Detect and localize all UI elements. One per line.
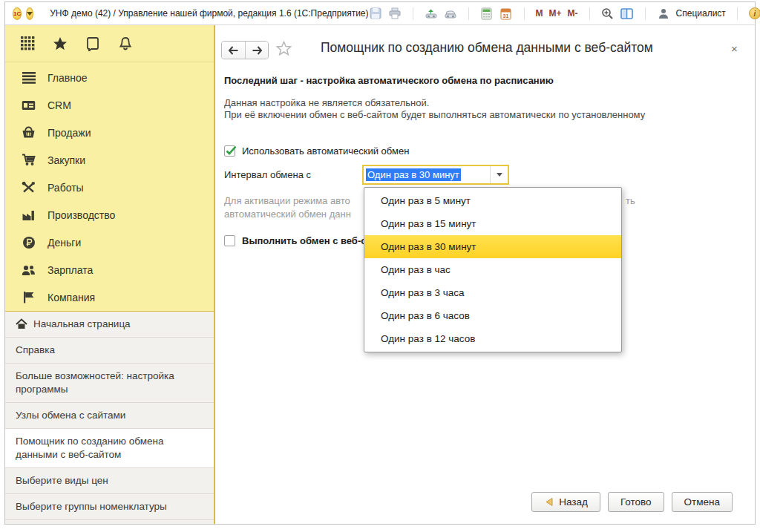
back-button[interactable]: Назад	[531, 492, 600, 512]
sidebar-item-sales[interactable]: Продажи	[5, 119, 214, 146]
ruble-coin-icon	[22, 235, 36, 249]
app-window: 1С УНФ демо (42) / Управление нашей фирм…	[4, 1, 756, 525]
auto-exchange-checkbox[interactable]	[224, 145, 235, 157]
step-heading: Последний шаг - настройка автоматическог…	[224, 75, 554, 86]
nav-item-label: Выберите виды цен	[16, 474, 108, 487]
favorite-star-button[interactable]	[276, 41, 292, 56]
sidebar-item-money[interactable]: Деньги	[5, 229, 214, 256]
info-icon[interactable]: i	[749, 7, 760, 19]
interval-label: Интервал обмена с	[224, 169, 311, 180]
menu-lines-icon	[22, 70, 36, 85]
sidebar-item-purchases[interactable]: Закупки	[5, 146, 214, 174]
sidebar-item-company[interactable]: Компания	[5, 283, 214, 311]
nav-item-exchange-wizard[interactable]: Помощник по созданию обмена данными с ве…	[5, 429, 214, 468]
nav-item-site-exchange-nodes[interactable]: Узлы обмена с сайтами	[5, 403, 214, 429]
divider	[413, 7, 413, 20]
home-icon	[16, 318, 27, 330]
dropdown-option[interactable]: Один раз в 15 минут	[364, 212, 621, 235]
memory-m-button[interactable]: М	[536, 8, 543, 19]
sidebar-modules: Главное CRM Продажи Закупки	[5, 62, 214, 311]
nav-item-item-groups[interactable]: Выберите группы номенклатуры	[5, 494, 214, 520]
manual-exchange-checkbox[interactable]	[224, 235, 235, 246]
memory-m-minus-button[interactable]: М-	[568, 8, 578, 19]
sidebar-item-label: Работы	[48, 182, 84, 194]
svg-text:31: 31	[503, 13, 509, 18]
cancel-button[interactable]: Отмена	[672, 492, 733, 512]
main-menu-button[interactable]	[26, 7, 33, 20]
nav-item-home[interactable]: Начальная страница	[5, 312, 214, 338]
interval-combobox[interactable]: Один раз в 30 минут	[362, 165, 509, 185]
activation-hint-line1: Для активации режима авто	[224, 195, 350, 206]
arrow-right-icon	[252, 46, 263, 55]
title-bar: 1С УНФ демо (42) / Управление нашей фирм…	[5, 2, 755, 25]
unload-data-icon[interactable]	[444, 7, 457, 20]
window-title: УНФ демо (42) / Управление нашей фирмой,…	[50, 8, 368, 19]
current-user-label[interactable]: Специалист	[676, 8, 726, 19]
combobox-value: Один раз в 30 минут	[364, 166, 490, 183]
1c-logo-icon: 1С	[13, 7, 22, 20]
contact-card-icon	[22, 98, 36, 112]
calculator-icon[interactable]	[480, 7, 494, 20]
nav-item-label: Выберите группы номенклатуры	[16, 500, 167, 513]
chevron-down-icon	[27, 12, 33, 16]
divider	[645, 7, 646, 20]
sidebar-item-works[interactable]: Работы	[5, 174, 214, 201]
memory-m-plus-button[interactable]: М+	[549, 8, 562, 19]
print-icon[interactable]	[388, 7, 402, 20]
nav-item-help[interactable]: Справка	[5, 338, 214, 364]
checkmark-icon	[225, 145, 238, 157]
star-outline-icon	[276, 41, 292, 56]
dropdown-option[interactable]: Один раз в 5 минут	[364, 189, 621, 212]
sidebar-item-label: Производство	[48, 209, 115, 221]
nav-item-label: Начальная страница	[33, 318, 131, 331]
notifications-bell-icon[interactable]	[118, 36, 133, 51]
dropdown-option-selected[interactable]: Один раз в 30 минут	[364, 235, 621, 258]
close-icon[interactable]: ×	[731, 43, 738, 54]
dropdown-option[interactable]: Один раз в 6 часов	[364, 304, 621, 327]
forward-arrow-button[interactable]	[245, 42, 268, 59]
back-triangle-icon	[544, 497, 554, 507]
divider	[524, 7, 525, 20]
cart-icon	[22, 153, 36, 167]
split-window-icon[interactable]	[620, 7, 634, 20]
screen: 1С УНФ демо (42) / Управление нашей фирм…	[0, 0, 760, 532]
people-icon	[22, 263, 36, 277]
dropdown-option[interactable]: Один раз в час	[364, 258, 621, 281]
done-button[interactable]: Готово	[608, 492, 664, 512]
favorites-star-icon[interactable]	[53, 36, 68, 51]
main-content: Помощник по созданию обмена данными с ве…	[215, 25, 755, 524]
sidebar-item-salary[interactable]: Зарплата	[5, 256, 214, 283]
flag-icon	[22, 290, 36, 304]
history-icon[interactable]	[85, 36, 100, 51]
load-data-icon[interactable]	[425, 7, 438, 20]
nav-item-more-settings[interactable]: Больше возможностей: настройка программы	[5, 364, 214, 403]
interval-dropdown-list: Один раз в 5 минут Один раз в 15 минут О…	[364, 187, 622, 352]
basket-icon	[22, 125, 36, 139]
combobox-dropdown-button[interactable]	[490, 166, 508, 183]
sidebar-item-label: CRM	[48, 99, 71, 111]
open-windows-list: Начальная страница Справка Больше возмож…	[5, 311, 214, 524]
divider	[737, 7, 738, 20]
calendar-icon[interactable]: 31	[499, 7, 513, 20]
sidebar-item-label: Деньги	[48, 237, 81, 249]
nav-item-label: Помощник по созданию обмена данными с ве…	[16, 435, 208, 462]
tools-icon	[22, 180, 36, 194]
page-title: Помощник по созданию обмена данными с ве…	[321, 40, 653, 56]
dropdown-option[interactable]: Один раз в 12 часов	[364, 327, 621, 350]
sections-grid-icon[interactable]	[20, 36, 35, 51]
nav-item-price-kinds[interactable]: Выберите виды цен	[5, 468, 214, 494]
back-arrow-button[interactable]	[222, 42, 245, 59]
dropdown-option[interactable]: Один раз в 3 часа	[364, 281, 621, 304]
nav-item-label: Справка	[16, 344, 55, 357]
activation-hint-line2: автоматический обмен данн	[224, 208, 351, 220]
sidebar-item-main[interactable]: Главное	[5, 64, 214, 91]
sidebar-item-crm[interactable]: CRM	[5, 91, 214, 119]
sidebar-item-label: Закупки	[48, 154, 85, 166]
history-nav-buttons	[221, 41, 269, 59]
zoom-icon[interactable]	[601, 7, 615, 20]
sidebar-item-label: Компания	[48, 292, 95, 303]
sidebar-item-production[interactable]: Производство	[5, 201, 214, 229]
factory-icon	[22, 208, 36, 222]
divider	[468, 7, 469, 20]
save-icon[interactable]	[369, 7, 382, 20]
